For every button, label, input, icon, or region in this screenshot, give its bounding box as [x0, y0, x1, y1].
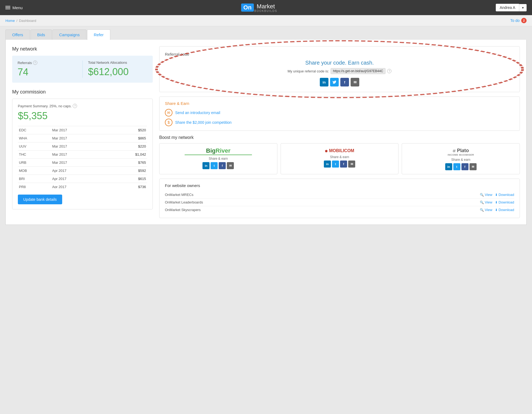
plato-twitter[interactable]: t [453, 163, 460, 170]
payment-help-icon[interactable]: ? [73, 104, 77, 108]
user-menu[interactable]: Andrea A ▾ [496, 4, 527, 11]
share-email-button[interactable]: ✉ [351, 78, 359, 86]
boost-card-mobilicom: ⬟ MOBILICOM Share & earn in t f ✉ [281, 143, 399, 174]
table-row: UUVMar 2017$220 [18, 142, 147, 151]
share-linkedin-button[interactable]: in [320, 78, 328, 86]
referral-link-value[interactable]: https://s.get-on.bid/au/j/G97EB44C [331, 68, 385, 74]
bigriver-linkedin[interactable]: in [202, 162, 210, 169]
download-link-0[interactable]: ⬇ Download [495, 193, 514, 197]
send-intro-email-item[interactable]: ✉ Send an introductory email [165, 109, 514, 116]
download-link-1[interactable]: ⬇ Download [495, 200, 514, 204]
referral-link-prefix: My unique referral code is: [288, 69, 329, 73]
boost-card-plato: α Plato INCOME MAXIMISER Share & earn in… [402, 143, 520, 174]
view-icon: 🔍 [480, 208, 484, 212]
referral-cta: Share your code. Earn cash. [165, 60, 514, 66]
share-competition-link[interactable]: Share the $2,000 join competition [175, 120, 232, 125]
user-dropdown-caret[interactable]: ▾ [519, 4, 527, 11]
tab-bar: Offers Bids Campaigns Refer [5, 26, 527, 40]
table-row: BRIApr 2017$615 [18, 175, 147, 183]
todo-count-badge: 2 [521, 18, 527, 23]
share-earn-title: Share & Earn [165, 101, 514, 106]
my-network-title: My network [12, 46, 153, 52]
bigriver-logo: BigRiver [162, 147, 274, 155]
table-row: WHAMar 2017$865 [18, 134, 147, 142]
share-facebook-button[interactable]: f [340, 78, 349, 86]
todo-button[interactable]: To do 2 [510, 18, 527, 23]
bigriver-facebook[interactable]: f [219, 162, 226, 169]
view-link-1[interactable]: 🔍 View [480, 200, 492, 204]
main-content: Offers Bids Campaigns Refer My network R… [0, 26, 532, 233]
mobilicom-email[interactable]: ✉ [348, 161, 355, 168]
bigriver-email[interactable]: ✉ [227, 162, 234, 169]
mobilicom-share-label: Share & earn [284, 155, 396, 159]
tab-refer[interactable]: Refer [87, 29, 111, 40]
website-row-label: OnMarket Leaderboards [165, 200, 203, 204]
commission-table: EDCMar 2017$520WHAMar 2017$865UUVMar 201… [18, 126, 147, 188]
app-logo: On Market BOOKBUILDS [241, 3, 277, 12]
download-link-2[interactable]: ⬇ Download [495, 208, 514, 212]
view-link-0[interactable]: 🔍 View [480, 193, 492, 197]
commission-total: $5,355 [18, 110, 147, 122]
plato-email[interactable]: ✉ [470, 163, 477, 170]
website-row-label: OnMarket Skyscrapers [165, 208, 201, 212]
tab-offers[interactable]: Offers [5, 29, 30, 40]
right-column: Referral code Share your code. Earn cash… [159, 46, 520, 218]
plato-linkedin[interactable]: in [445, 163, 452, 170]
send-intro-email-link[interactable]: Send an introductory email [175, 111, 220, 115]
update-bank-details-button[interactable]: Update bank details [18, 195, 62, 204]
commission-table-scroll[interactable]: EDCMar 2017$520WHAMar 2017$865UUVMar 201… [18, 126, 147, 188]
tab-campaigns[interactable]: Campaigns [52, 29, 87, 40]
commission-box: Payment Summary. 25%, no caps. ? $5,355 … [12, 99, 153, 209]
tab-content: My network Referrals ? 74 Total Network … [5, 40, 527, 225]
referral-code-title: Referral code [165, 52, 514, 56]
bigriver-twitter[interactable]: t [211, 162, 218, 169]
left-column: My network Referrals ? 74 Total Network … [12, 46, 153, 218]
website-row: OnMarket Leaderboards 🔍 View ⬇ Download [165, 199, 514, 206]
mobilicom-facebook[interactable]: f [340, 161, 347, 168]
referral-code-section: Referral code Share your code. Earn cash… [159, 46, 520, 92]
plato-facebook[interactable]: f [461, 163, 468, 170]
share-earn-box: Share & Earn ✉ Send an introductory emai… [159, 96, 520, 131]
allocations-value: $612,000 [88, 66, 148, 78]
boost-card-bigriver: BigRiver Share & earn in t f ✉ [159, 143, 277, 174]
download-icon: ⬇ [495, 208, 498, 212]
website-row-actions: 🔍 View ⬇ Download [480, 200, 514, 204]
table-row: THCMar 2017$1,042 [18, 151, 147, 159]
boost-cards: BigRiver Share & earn in t f ✉ [159, 143, 520, 174]
share-twitter-button[interactable] [330, 78, 339, 86]
website-row-label: OnMarket MRECs [165, 193, 193, 197]
hamburger-icon [5, 6, 10, 9]
share-competition-item[interactable]: $ Share the $2,000 join competition [165, 119, 514, 126]
breadcrumb-home[interactable]: Home [5, 19, 15, 23]
logo-on: On [241, 4, 254, 12]
dollar-icon: $ [165, 119, 172, 126]
network-stats-box: Referrals ? 74 Total Network Allocations… [12, 56, 153, 83]
mobilicom-twitter[interactable]: t [332, 161, 339, 168]
mobilicom-linkedin[interactable]: in [324, 161, 331, 168]
my-commission-title: My commission [12, 89, 153, 95]
menu-label: Menu [12, 5, 23, 10]
boost-network-title: Boost my network [159, 135, 520, 140]
plato-share-label: Share & earn [405, 158, 517, 162]
logo-sub: BOOKBUILDS [254, 9, 277, 12]
referrals-help-icon[interactable]: ? [33, 61, 37, 65]
bigriver-socials: in t f ✉ [162, 162, 274, 169]
referral-social-icons: in f ✉ [165, 78, 514, 86]
payment-summary: Payment Summary. 25%, no caps. ? [18, 104, 147, 108]
menu-button[interactable]: Menu [5, 5, 23, 10]
tab-bids[interactable]: Bids [31, 29, 52, 40]
table-row: URBMar 2017$765 [18, 159, 147, 167]
stat-divider [82, 61, 83, 78]
view-link-2[interactable]: 🔍 View [480, 208, 492, 212]
breadcrumb: Home / Dashboard [5, 19, 36, 23]
view-icon: 🔍 [480, 193, 484, 197]
download-icon: ⬇ [495, 201, 498, 204]
bigriver-share-label: Share & earn [162, 157, 274, 161]
breadcrumb-bar: Home / Dashboard To do 2 [0, 15, 532, 26]
website-row: OnMarket Skyscrapers 🔍 View ⬇ Download [165, 206, 514, 213]
user-name-button[interactable]: Andrea A [496, 4, 519, 11]
table-row: EDCMar 2017$520 [18, 126, 147, 134]
table-row: MOBApr 2017$592 [18, 167, 147, 175]
allocations-label: Total Network Allocations [88, 61, 148, 65]
referral-link-help-icon[interactable]: ? [387, 69, 391, 73]
